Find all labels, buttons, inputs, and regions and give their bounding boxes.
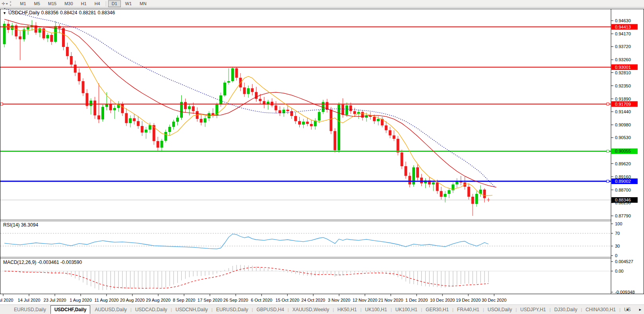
timeframe-button-m5[interactable]: M5 bbox=[31, 0, 44, 7]
tab-usdchf-daily[interactable]: USDCHF,Daily bbox=[50, 305, 91, 314]
candle-body bbox=[153, 125, 155, 141]
tabs-scroll-right-icon[interactable]: ► bbox=[638, 308, 642, 312]
candle-body bbox=[133, 118, 136, 121]
chart-cursor-icon[interactable]: ✛ bbox=[2, 1, 5, 6]
title-dropdown-icon[interactable]: ▼ bbox=[3, 11, 6, 15]
candle-body bbox=[483, 190, 486, 198]
candle-body bbox=[93, 101, 96, 115]
candle-body bbox=[97, 115, 100, 119]
candle-body bbox=[161, 141, 163, 147]
date-label: 26 Sep 2020 bbox=[223, 298, 248, 302]
tab-eurusd-daily[interactable]: EURUSD,Daily bbox=[10, 306, 50, 314]
chart-tabbar: EURUSD,DailyUSDCHF,DailyAUDUSD,Daily|USD… bbox=[0, 304, 644, 314]
timeframe-button-w1[interactable]: W1 bbox=[122, 0, 136, 7]
tab-xauusd-weekly[interactable]: XAUUSD,Weekly bbox=[289, 306, 332, 314]
timeframe-button-h4[interactable]: H4 bbox=[91, 0, 104, 7]
axis-tick-label: 0.92810 bbox=[615, 70, 631, 75]
timeframe-button-m30[interactable]: M30 bbox=[61, 0, 76, 7]
candle-body bbox=[349, 105, 352, 111]
price-badge: 0.91709 bbox=[611, 101, 638, 107]
toolbar-grip[interactable] bbox=[10, 1, 13, 6]
date-label: 21 Nov 2020 bbox=[378, 298, 403, 302]
candle-body bbox=[168, 127, 171, 132]
date-label: 6 Oct 2020 bbox=[251, 298, 272, 302]
candle-body bbox=[46, 35, 49, 39]
hline-handle[interactable] bbox=[607, 180, 609, 182]
tab-usdcad-daily[interactable]: USDCAD,Daily bbox=[132, 306, 171, 314]
tab-usoil-daily[interactable]: USOil,Daily bbox=[484, 306, 516, 314]
hline-handle[interactable] bbox=[0, 103, 3, 105]
candle-body bbox=[172, 122, 175, 127]
candle-body bbox=[408, 176, 411, 185]
cursor-dropdown-icon[interactable]: ▾ bbox=[6, 2, 8, 6]
tab-eurusd-daily[interactable]: EURUSD,Daily bbox=[213, 306, 252, 314]
tab-uk100-h1[interactable]: UK100,H1 bbox=[361, 306, 390, 314]
price-badge: 0.93001 bbox=[611, 64, 638, 70]
hline-handle[interactable] bbox=[607, 150, 609, 152]
date-label: 11 Aug 2020 bbox=[95, 298, 119, 302]
date-label: 30 Dec 2020 bbox=[482, 298, 506, 302]
candle-body bbox=[113, 108, 116, 110]
date-label: 14 Jul 2020 bbox=[18, 298, 41, 302]
price-badge-label: 0.89002 bbox=[615, 179, 631, 184]
tab-ger30-h1[interactable]: GER30,H1 bbox=[422, 306, 452, 314]
timeframe-button-mn[interactable]: MN bbox=[136, 0, 150, 7]
tabs-scroll-left-icon[interactable]: ◄ bbox=[625, 308, 629, 312]
candle-body bbox=[247, 88, 250, 94]
candle-body bbox=[432, 182, 435, 184]
tab-usdjpy-h1[interactable]: USDJPY,H1 bbox=[517, 306, 549, 314]
axis-tick-label: 0.89160 bbox=[615, 174, 631, 179]
tab-dj30-daily[interactable]: DJ30,Daily bbox=[551, 306, 581, 314]
candle-body bbox=[78, 73, 81, 81]
hline-handle[interactable] bbox=[607, 103, 609, 105]
candle-body bbox=[125, 113, 128, 123]
candle-body bbox=[286, 110, 289, 111]
timeframe-button-d1[interactable]: D1 bbox=[108, 0, 121, 7]
tab-fra40-h1[interactable]: FRA40,H1 bbox=[454, 306, 483, 314]
candle-body bbox=[330, 110, 332, 131]
candle-body bbox=[416, 167, 419, 178]
candle-body bbox=[444, 194, 446, 197]
candle-body bbox=[275, 105, 277, 110]
candle-body bbox=[188, 106, 191, 109]
price-axis[interactable]: 0.946300.941700.937200.932600.928100.923… bbox=[611, 9, 644, 295]
tab-uk100-h1[interactable]: UK100,H1 bbox=[392, 306, 421, 314]
timeframe-button-m1[interactable]: M1 bbox=[16, 0, 29, 7]
price-badge: 0.88346 bbox=[611, 197, 638, 203]
toolbar-separator bbox=[106, 1, 106, 6]
candle-body bbox=[235, 68, 238, 78]
candle-body bbox=[121, 104, 124, 113]
candle-body bbox=[436, 182, 439, 191]
candle-body bbox=[66, 47, 69, 56]
axis-tick-label: 0.91890 bbox=[615, 97, 631, 101]
tab-audusd-daily[interactable]: AUDUSD,Daily bbox=[91, 306, 130, 314]
timeframe-button-h1[interactable]: H1 bbox=[78, 0, 90, 7]
tab-gbpusd-h4[interactable]: GBPUSD,H4 bbox=[253, 306, 287, 314]
tab-china300-h1[interactable]: CHINA300,H1 bbox=[582, 306, 619, 314]
price-badge-label: 0.90055 bbox=[615, 149, 631, 153]
tab-hk50-h1[interactable]: HK50,H1 bbox=[334, 306, 361, 314]
tab-nav: ◄ ► bbox=[625, 305, 642, 314]
candle-body bbox=[157, 141, 159, 148]
candle-body bbox=[223, 83, 226, 95]
candle-body bbox=[412, 167, 415, 184]
axis-tick-label: 0.93720 bbox=[615, 44, 631, 49]
price-chart[interactable]: 0.946300.941700.937200.932600.928100.923… bbox=[0, 0, 644, 304]
candle-body bbox=[389, 130, 392, 136]
candle-body bbox=[353, 111, 356, 114]
candle-body bbox=[471, 197, 474, 204]
candle-body bbox=[145, 130, 147, 132]
date-label: 23 Jul 2020 bbox=[44, 298, 66, 302]
candle-body bbox=[243, 87, 246, 94]
candle-body bbox=[377, 119, 380, 121]
axis-tick-label: 0.90530 bbox=[615, 135, 631, 140]
candle-body bbox=[361, 112, 364, 118]
chart-title: ▼USDCHF,Daily0.883560.884240.882810.8834… bbox=[3, 10, 116, 16]
candle-body bbox=[204, 118, 206, 123]
date-axis[interactable]: 4 Jul 202014 Jul 202023 Jul 20201 Aug 20… bbox=[0, 297, 644, 304]
candle-body bbox=[440, 191, 442, 197]
tab-usdcnh-daily[interactable]: USDCNH,Daily bbox=[172, 306, 211, 314]
candle-body bbox=[70, 56, 73, 65]
axis-tick-label: 0.88700 bbox=[615, 188, 631, 192]
timeframe-button-m15[interactable]: M15 bbox=[45, 0, 60, 7]
